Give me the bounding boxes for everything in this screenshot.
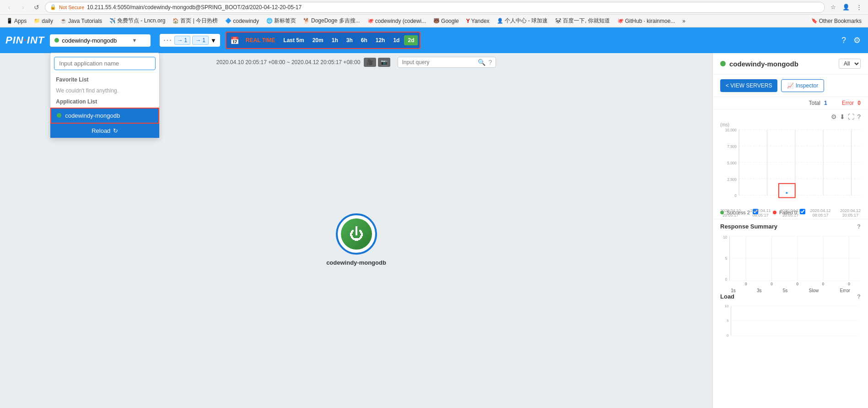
settings-button[interactable]: ⚙ [852, 33, 863, 47]
20m-button[interactable]: 20m [309, 35, 327, 45]
date-range: 2020.04.10 20:05:17 +08:00 ~ 2020.04.12 … [216, 59, 361, 65]
total-value: 1 [824, 100, 827, 106]
realtime-button[interactable]: REAL TIME [242, 35, 279, 45]
menu-button[interactable]: ⋮ [853, 2, 864, 13]
app-item-label: codewindy-mongodb [65, 112, 120, 119]
bookmark-other[interactable]: 🔖 Other Bookmarks [809, 17, 864, 25]
url-text: 10.211.55.4:5050/main/codewindy-mongodb@… [87, 4, 302, 11]
response-chart: 10 5 0 0 0 0 0 0 [713, 230, 868, 289]
x-label-5s: 5s [783, 288, 788, 293]
chart-settings-icon[interactable]: ⚙ [831, 113, 837, 120]
bookmark-baidu[interactable]: 🐼 百度一下, 你就知道 [552, 16, 613, 26]
bookmark-apps[interactable]: 📱 Apps [4, 17, 29, 25]
bookmark-java[interactable]: ☕ Java Tutorials [58, 17, 105, 25]
svg-text:7,500: 7,500 [727, 145, 737, 149]
map-actions: 🎥 📷 [364, 58, 390, 67]
view-servers-button[interactable]: < VIEW SERVERS [720, 79, 777, 92]
chart-expand-icon[interactable]: ⛶ [848, 113, 854, 120]
svg-text:10: 10 [723, 235, 728, 239]
svg-text:5: 5 [725, 256, 728, 261]
app-search-input[interactable] [54, 57, 156, 70]
query-input[interactable] [402, 59, 475, 65]
bookmark-personal[interactable]: 👤 个人中心 - 球加速 [494, 16, 551, 26]
server-node[interactable]: ⏻ codewindy-mongodb [326, 213, 386, 266]
bookmark-codewindy2[interactable]: 🐙 codewindy (codewi... [365, 17, 429, 25]
last5m-button[interactable]: Last 5m [280, 35, 307, 45]
bookmark-github[interactable]: 🐙 GitHub · kirainmoe... [615, 17, 678, 25]
bookmark-google[interactable]: 🐻 Google [431, 17, 462, 25]
response-x-labels: 1s 3s 5s Slow Error [720, 288, 861, 293]
svg-text:0: 0 [848, 282, 850, 286]
bookmark-daily[interactable]: 📁 daily [31, 17, 56, 25]
dropdown-reload[interactable]: Reload ↻ [50, 124, 159, 138]
reload-button[interactable]: ↺ [31, 2, 42, 13]
3h-button[interactable]: 3h [343, 35, 356, 45]
period-out-badge: →1 [192, 36, 209, 45]
6h-button[interactable]: 6h [357, 35, 371, 45]
x-label-1: 2020.04.1108:05:17 [750, 208, 771, 218]
bookmark-hot[interactable]: 🏠 首页 | 今日热榜 [170, 16, 221, 26]
back-button[interactable]: ‹ [4, 2, 15, 13]
help-button[interactable]: ? [840, 34, 848, 47]
query-input-wrapper: 🔍 ? [398, 57, 496, 68]
bookmark-dogedoge[interactable]: 🐕 DogeDoge 多吉搜... [301, 16, 363, 26]
app-selector[interactable]: codewindy-mongodb ▼ [50, 34, 151, 47]
chart-x-labels: 2020.04.1020:05:17 2020.04.1108:05:17 20… [720, 208, 861, 218]
load-section: 10 5 0 [713, 300, 868, 344]
x-label-3s: 3s [757, 288, 762, 293]
power-icon: ⏻ [349, 226, 364, 243]
all-select[interactable]: All [839, 59, 861, 69]
2d-button[interactable]: 2d [404, 35, 418, 45]
bookmark-yandex[interactable]: Y Yandex [464, 17, 492, 25]
x-label-1s: 1s [731, 288, 736, 293]
error-label: Error [842, 100, 854, 106]
response-summary-help-icon[interactable]: ? [857, 223, 861, 230]
1h-button[interactable]: 1h [328, 35, 342, 45]
query-help-icon[interactable]: ? [488, 59, 492, 66]
video-button[interactable]: 🎥 [364, 58, 376, 67]
dropdown-app-item[interactable]: codewindy-mongodb [50, 108, 159, 124]
pinpoint-logo: PIN·INT [5, 34, 44, 46]
chart-y-label: (ms) [720, 122, 861, 127]
camera-button[interactable]: 📷 [378, 58, 390, 67]
forward-button[interactable]: › [17, 2, 28, 13]
bookmark-newtab[interactable]: 🌐 新标签页 [264, 16, 299, 26]
inspector-button[interactable]: 📈 Inspector [781, 79, 824, 92]
star-button[interactable]: ☆ [828, 2, 839, 13]
time-range-bar: 📅 REAL TIME Last 5m 20m 1h 3h 6h 12h 1d … [226, 32, 421, 49]
main-chart-svg: 10,000 7,500 5,000 2,500 0 [720, 128, 861, 206]
header-right: ? ⚙ [840, 33, 863, 47]
bookmark-lncn[interactable]: ✈️ 免费节点 - Lncn.org [107, 16, 168, 26]
calendar-icon: 📅 [228, 36, 241, 45]
response-chart-svg: 10 5 0 0 0 0 0 0 [720, 234, 861, 286]
svg-text:0: 0 [745, 282, 747, 286]
right-panel: codewindy-mongodb All < VIEW SERVERS 📈 I… [712, 53, 868, 408]
svg-text:0: 0 [725, 277, 728, 282]
dropdown-chevron-icon: ▼ [210, 37, 216, 44]
svg-text:5,000: 5,000 [727, 161, 737, 165]
search-icon[interactable]: 🔍 [478, 59, 485, 66]
12h-button[interactable]: 12h [372, 35, 389, 45]
right-panel-header: codewindy-mongodb All [713, 53, 868, 75]
1d-button[interactable]: 1d [389, 35, 403, 45]
browser-actions: ☆ 👤 ⋮ [828, 2, 864, 13]
favorite-empty: We couldn't find anything. [50, 86, 159, 96]
load-title: Load [720, 293, 734, 300]
x-label-2: 2020.04.1120:05:17 [780, 208, 801, 218]
load-help-icon[interactable]: ? [857, 293, 861, 300]
right-panel-actions: < VIEW SERVERS 📈 Inspector [713, 75, 868, 97]
profile-button[interactable]: 👤 [841, 2, 852, 13]
chart-download-icon[interactable]: ⬇ [840, 113, 845, 120]
app-section-title: Application List [50, 96, 159, 108]
svg-text:0: 0 [797, 282, 799, 286]
bookmark-more[interactable]: » [679, 17, 688, 25]
total-label: Total [809, 100, 820, 106]
panel-app-dot [720, 61, 726, 66]
period-in-badge: →1 [174, 36, 191, 45]
bookmark-codewindy[interactable]: 🔷 codewindy [222, 17, 262, 25]
chart-help-icon[interactable]: ? [857, 113, 861, 120]
arrow-in-icon: → [178, 37, 183, 44]
address-bar[interactable]: 🔒 Not Secure 10.211.55.4:5050/main/codew… [45, 2, 825, 13]
app-item-dot [57, 113, 61, 118]
app-dropdown: Favorite List We couldn't find anything.… [50, 53, 160, 138]
